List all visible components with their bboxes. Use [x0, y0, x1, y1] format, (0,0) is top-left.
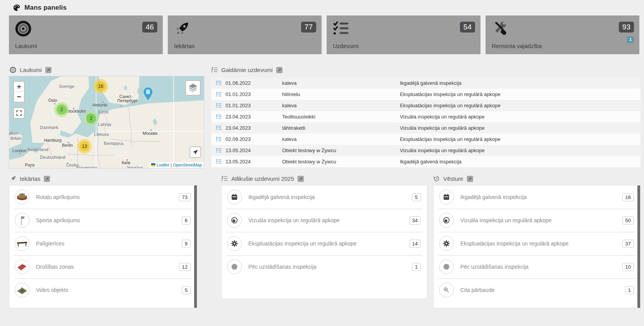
table-row[interactable]: 13.05.2024 Obiekt testowy w Żywcu Vizuāl… — [211, 145, 641, 156]
map-label: Slovensko — [76, 165, 97, 168]
safety-mat-photo — [15, 259, 29, 274]
external-link-button[interactable]: ↗ — [298, 176, 304, 182]
dashboard-icon — [13, 4, 21, 12]
checklist-icon — [211, 67, 218, 73]
item-label: Ikgadējā galvenā inspekcija — [460, 194, 622, 200]
section-title: Atlikušie uzdevumi 2025 — [231, 175, 294, 182]
map-zoom-control: + − — [13, 81, 25, 103]
external-link-button[interactable]: ↗ — [44, 176, 50, 182]
stat-count-badge: 93 — [619, 22, 634, 33]
map-label: Hamburg — [44, 138, 61, 142]
map-cluster-marker[interactable]: 2 — [86, 113, 96, 124]
layers-button[interactable] — [185, 80, 201, 96]
task-object: tähtiraketti — [282, 125, 400, 131]
item-label: Vides objekts — [36, 287, 182, 293]
task-date: 02.09.2023 — [226, 136, 282, 142]
upcoming-tasks-table: 01.06.2022 kaleva Ikgadējā galvenā inspe… — [211, 77, 641, 167]
burst-icon — [439, 259, 454, 274]
table-row[interactable]: 23.04.2023 tähtiraketti Vizuāla inspekci… — [211, 122, 641, 134]
list-item[interactable]: Drošības zonas 12 — [9, 255, 197, 278]
item-label: Sporta aprīkojums — [36, 217, 182, 223]
task-type: Vizuāla inspekcija un regulārā apkope — [400, 148, 641, 153]
fullscreen-button[interactable] — [13, 107, 25, 119]
cluster-count: 2 — [90, 116, 93, 121]
list-item[interactable]: Sporta aprīkojums 6 — [9, 209, 197, 232]
map-label: Москва — [143, 131, 157, 136]
table-row[interactable]: 01.01.2023 hiilinielu Ekspluatācijas ins… — [211, 89, 641, 100]
laukumi-map[interactable]: Sverige Oslo Stockholm Helsinki Санкт- П… — [9, 76, 204, 168]
external-link-button[interactable]: ↗ — [467, 176, 473, 182]
leaflet-link[interactable]: Leaflet — [157, 163, 169, 167]
task-icon — [211, 91, 226, 97]
table-row[interactable]: 01.01.2023 kaleva Ekspluatācijas inspekc… — [211, 100, 641, 111]
cluster-count: 13 — [82, 144, 87, 149]
task-icon — [211, 148, 226, 153]
attribution-separator: | — [170, 163, 172, 167]
item-count: 5 — [412, 193, 421, 201]
osm-link[interactable]: OpenStreetMap — [173, 163, 202, 167]
item-count: 5 — [182, 286, 191, 294]
checklist-icon — [333, 21, 349, 37]
city-dot — [30, 167, 31, 168]
map-label: Stockholm — [66, 109, 86, 113]
zoom-out-button[interactable]: − — [14, 92, 24, 102]
list-item[interactable]: Vizuāla inspekcija un regulārā apkope 50 — [434, 209, 640, 232]
task-icon — [211, 159, 226, 165]
section-header-vesture: Vēsture ↗ — [433, 175, 473, 182]
list-item[interactable]: Pēc uzstādīšanas inspekcija 1 — [222, 255, 427, 278]
eye-icon — [439, 213, 454, 228]
checklist-icon — [221, 175, 228, 182]
list-item[interactable]: Ekspluatācijas inspekcija un regulārā ap… — [222, 232, 427, 255]
flag-photo — [15, 213, 29, 228]
scrollbar[interactable] — [637, 185, 640, 308]
page-title: Mans panelis — [24, 4, 67, 12]
item-label: Palīgierīces — [36, 240, 182, 247]
stat-card-laukumi[interactable]: 46 Laukumi — [9, 15, 163, 54]
item-count: 1 — [412, 263, 421, 271]
table-row[interactable]: 23.04.2023 Teollisuusleikki Vizuāla insp… — [211, 111, 641, 122]
stat-label: Iekārtas — [174, 43, 195, 49]
vesture-card: Ikgadējā galvenā inspekcija 16 Vizuāla i… — [433, 185, 641, 308]
map-cluster-marker[interactable]: 2 — [57, 105, 67, 115]
list-item[interactable]: Ikgadējā galvenā inspekcija 16 — [434, 185, 640, 209]
task-type: Ekspluatācijas inspekcija un regulārā ap… — [400, 136, 641, 142]
table-row[interactable]: 01.06.2022 kaleva Ikgadējā galvenā inspe… — [211, 77, 641, 89]
list-item[interactable]: Palīgierīces 9 — [9, 232, 197, 255]
item-label: Ikgadējā galvenā inspekcija — [248, 194, 412, 200]
list-item[interactable]: Rotaļu aprīkojums 73 — [9, 185, 197, 209]
page-header: Mans panelis — [13, 4, 67, 12]
map-pin-marker[interactable] — [143, 88, 153, 101]
stat-card-iekartas[interactable]: 77 Iekārtas — [168, 15, 322, 54]
list-item[interactable]: Ikgadējā galvenā inspekcija 5 — [222, 185, 427, 209]
external-link-button[interactable]: ↗ — [45, 67, 52, 73]
external-link-button[interactable]: ↗ — [276, 67, 282, 73]
stat-card-uzdevumi[interactable]: 54 Uzdevumi — [327, 15, 480, 54]
table-row[interactable]: 13.05.2024 Obiekt testowy w Żywcu Ikgadē… — [211, 156, 641, 167]
calendar-icon — [227, 190, 242, 204]
task-date: 01.01.2023 — [226, 91, 282, 97]
scrollbar[interactable] — [194, 185, 197, 308]
table-row[interactable]: 02.09.2023 kaleva Ekspluatācijas inspekc… — [211, 134, 641, 145]
map-label: Berlin — [62, 143, 73, 148]
map-label: London — [12, 148, 27, 153]
map-cluster-marker[interactable]: 16 — [96, 81, 106, 91]
item-count: 73 — [179, 193, 191, 201]
rocket-icon — [10, 175, 16, 182]
list-item[interactable]: Cita pārbaude 1 — [434, 278, 640, 302]
item-label: Ekspluatācijas inspekcija un regulārā ap… — [460, 240, 622, 247]
stat-card-remonts[interactable]: 93 1 Remonta vajadzība — [486, 15, 639, 54]
magnifier-icon — [439, 283, 454, 297]
stat-count-badge: 54 — [460, 22, 475, 33]
locate-button[interactable] — [189, 146, 201, 158]
list-item[interactable]: Ekspluatācijas inspekcija un regulārā ap… — [434, 232, 640, 255]
list-item[interactable]: Vizuāla inspekcija un regulārā apkope 34 — [222, 209, 427, 232]
map-cluster-marker[interactable]: 13 — [79, 141, 90, 151]
list-item[interactable]: Pēc uzstādīšanas inspekcija 10 — [434, 255, 640, 278]
item-label: Rotaļu aprīkojums — [36, 194, 179, 200]
stat-sub-badge: 1 — [627, 36, 634, 43]
map-label: Україна — [127, 165, 143, 168]
list-item[interactable]: Vides objekts 5 — [9, 278, 197, 302]
history-icon — [433, 175, 440, 182]
zoom-in-button[interactable]: + — [14, 82, 24, 92]
item-count: 12 — [179, 263, 191, 271]
